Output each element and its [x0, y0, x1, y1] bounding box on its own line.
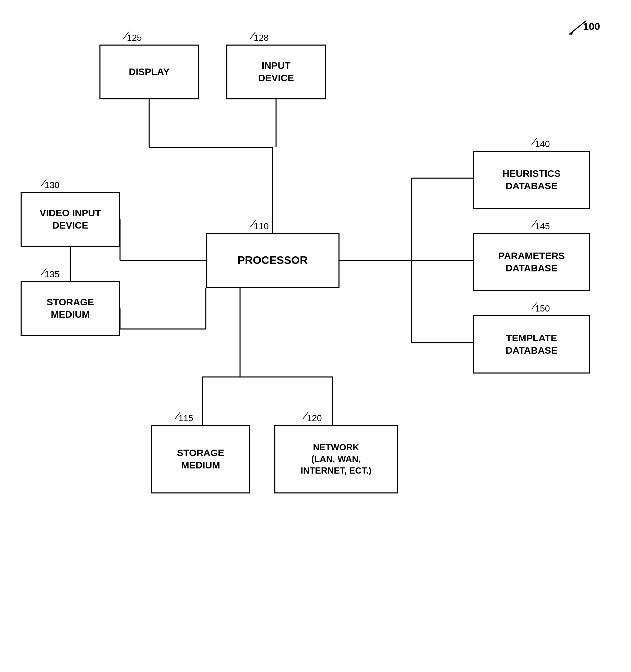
- svg-line-24: [41, 268, 46, 275]
- svg-line-21: [250, 32, 255, 39]
- svg-marker-31: [569, 31, 573, 35]
- storage2-box: STORAGE MEDIUM: [151, 425, 250, 493]
- display-label: DISPLAY: [129, 66, 170, 78]
- video-input-box: VIDEO INPUT DEVICE: [21, 192, 120, 247]
- svg-line-20: [123, 32, 129, 39]
- ref-tick-128: [249, 30, 259, 40]
- diagram-container: DISPLAY 125 INPUT DEVICE 128 PROCESSOR 1…: [0, 0, 631, 672]
- ref-tick-125: [122, 30, 132, 40]
- ref-tick-130: [39, 178, 50, 188]
- ref-tick-140: [530, 136, 540, 147]
- input-device-box: INPUT DEVICE: [226, 45, 326, 99]
- template-box: TEMPLATE DATABASE: [473, 315, 590, 374]
- parameters-box: PARAMETERS DATABASE: [473, 233, 590, 291]
- input-device-label: INPUT DEVICE: [258, 60, 294, 85]
- network-label: NETWORK (LAN, WAN, INTERNET, ECT.): [301, 442, 372, 476]
- svg-line-23: [41, 179, 46, 186]
- figure-arrow: [562, 17, 590, 38]
- svg-line-27: [532, 138, 537, 145]
- processor-label: PROCESSOR: [238, 253, 308, 268]
- ref-tick-135: [39, 267, 50, 277]
- video-input-label: VIDEO INPUT DEVICE: [40, 207, 101, 232]
- display-box: DISPLAY: [99, 45, 199, 99]
- network-box: NETWORK (LAN, WAN, INTERNET, ECT.): [274, 425, 398, 493]
- storage1-label: STORAGE MEDIUM: [47, 296, 94, 321]
- storage1-box: STORAGE MEDIUM: [21, 281, 120, 336]
- svg-line-28: [532, 220, 537, 227]
- ref-tick-110: [249, 219, 259, 229]
- ref-tick-150: [530, 301, 540, 311]
- svg-line-22: [250, 220, 255, 227]
- ref-tick-115: [173, 411, 183, 421]
- svg-line-25: [175, 412, 180, 419]
- processor-box: PROCESSOR: [206, 233, 340, 288]
- template-label: TEMPLATE DATABASE: [505, 332, 557, 357]
- ref-tick-145: [530, 219, 540, 229]
- parameters-label: PARAMETERS DATABASE: [498, 250, 565, 275]
- ref-tick-120: [301, 411, 311, 421]
- svg-line-29: [532, 303, 537, 309]
- storage2-label: STORAGE MEDIUM: [177, 447, 224, 472]
- heuristics-label: HEURISTICS DATABASE: [502, 168, 561, 193]
- svg-line-26: [303, 412, 308, 419]
- heuristics-box: HEURISTICS DATABASE: [473, 151, 590, 209]
